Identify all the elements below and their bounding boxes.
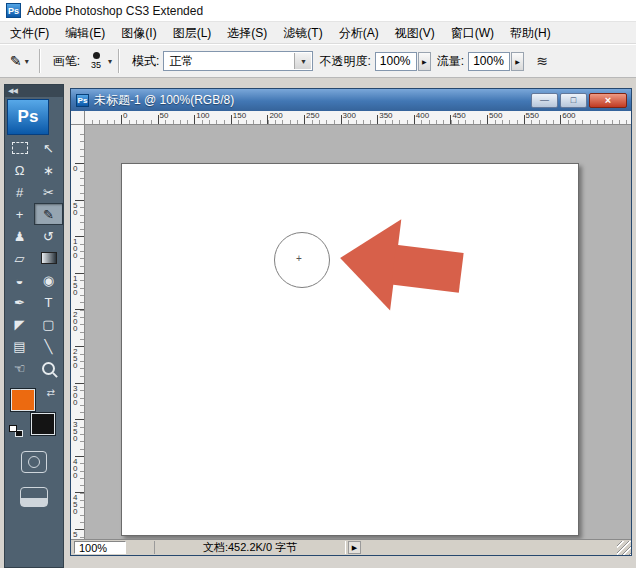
document-window: Ps 未标题-1 @ 100%(RGB/8) — □ × 05010015020… bbox=[70, 88, 632, 556]
quick-mask-button[interactable] bbox=[21, 451, 47, 473]
menu-item-4[interactable]: 选择(S) bbox=[219, 22, 275, 44]
ruler-label: 600 bbox=[562, 112, 575, 120]
blend-mode-value: 正常 bbox=[169, 53, 193, 70]
default-colors-icon[interactable] bbox=[9, 425, 23, 437]
brush-preset-chevron-icon[interactable]: ▾ bbox=[108, 57, 112, 66]
window-buttons: — □ × bbox=[531, 93, 631, 108]
crop-tool[interactable]: # bbox=[5, 181, 34, 203]
horizontal-ruler: 050100150200250300350400450500550600 bbox=[85, 111, 631, 125]
blur-tool[interactable]: ◒ bbox=[5, 269, 34, 291]
brush-tool-icon: ✎ bbox=[10, 53, 22, 69]
opacity-slider-arrow[interactable]: ▶ bbox=[418, 52, 431, 71]
ruler-label: 350 bbox=[73, 421, 81, 442]
magic-wand-tool[interactable]: ∗ bbox=[34, 159, 63, 181]
menu-item-9[interactable]: 帮助(H) bbox=[502, 22, 559, 44]
photoshop-app: Ps Adobe Photoshop CS3 Extended 文件(F)编辑(… bbox=[0, 0, 636, 568]
airbrush-toggle-icon[interactable]: ≋ bbox=[536, 53, 548, 69]
collapse-arrows-icon: ◀◀ bbox=[8, 87, 17, 95]
menu-item-2[interactable]: 图像(I) bbox=[113, 22, 164, 44]
menu-item-6[interactable]: 分析(A) bbox=[331, 22, 387, 44]
status-expand-button[interactable]: ▶ bbox=[348, 541, 361, 554]
menu-item-3[interactable]: 图层(L) bbox=[165, 22, 220, 44]
ruler-label: 0 bbox=[123, 112, 127, 120]
history-brush-tool[interactable]: ↺ bbox=[34, 225, 63, 247]
ruler-label: 200 bbox=[269, 112, 282, 120]
quick-mask-icon bbox=[28, 456, 40, 468]
document-title: 未标题-1 @ 100%(RGB/8) bbox=[94, 92, 526, 109]
ruler-tick bbox=[341, 115, 342, 124]
zoom-tool[interactable] bbox=[34, 357, 63, 379]
menu-item-8[interactable]: 窗口(W) bbox=[443, 22, 502, 44]
rectangular-marquee-tool[interactable] bbox=[5, 137, 34, 159]
flow-slider-arrow[interactable]: ▶ bbox=[511, 52, 524, 71]
toolbar-collapse-button[interactable]: ◀◀ bbox=[5, 85, 63, 97]
pen-tool[interactable]: ✒ bbox=[5, 291, 34, 313]
flow-input[interactable]: 100% bbox=[468, 52, 510, 71]
resize-grip[interactable] bbox=[617, 541, 631, 555]
menu-item-7[interactable]: 视图(V) bbox=[387, 22, 443, 44]
color-control: ⇄ bbox=[9, 387, 59, 437]
ruler-label: 350 bbox=[379, 112, 392, 120]
menu-item-5[interactable]: 滤镜(T) bbox=[275, 22, 330, 44]
zoom-tool-icon bbox=[42, 362, 55, 375]
dodge-tool[interactable]: ◉ bbox=[34, 269, 63, 291]
eyedropper-tool[interactable]: ╲ bbox=[34, 335, 63, 357]
menu-item-0[interactable]: 文件(F) bbox=[2, 22, 57, 44]
eraser-tool[interactable]: ▱ bbox=[5, 247, 34, 269]
chevron-down-icon: ▾ bbox=[25, 57, 29, 66]
type-tool[interactable]: T bbox=[34, 291, 63, 313]
rectangular-marquee-tool-icon bbox=[12, 142, 28, 154]
brush-tool[interactable]: ✎ bbox=[34, 203, 63, 225]
combo-arrow-icon[interactable]: ▼ bbox=[294, 53, 311, 69]
hand-tool[interactable]: ☜ bbox=[5, 357, 34, 379]
screen-mode-button[interactable] bbox=[20, 487, 48, 507]
menu-item-1[interactable]: 编辑(E) bbox=[57, 22, 113, 44]
options-bar: ✎ ▾ 画笔: 35 ▾ 模式: 正常 ▼ 不透明度: 100% ▶ 流量: 1… bbox=[0, 44, 636, 78]
ruler-tick bbox=[487, 115, 488, 124]
ruler-tick bbox=[414, 115, 415, 124]
healing-brush-tool[interactable]: + bbox=[5, 203, 34, 225]
app-title: Adobe Photoshop CS3 Extended bbox=[27, 4, 203, 18]
document-title-bar[interactable]: Ps 未标题-1 @ 100%(RGB/8) — □ × bbox=[71, 89, 631, 111]
minimize-button[interactable]: — bbox=[531, 93, 558, 108]
separator bbox=[118, 49, 120, 73]
ruler-label: 0 bbox=[73, 165, 81, 172]
app-title-bar: Ps Adobe Photoshop CS3 Extended bbox=[0, 0, 636, 22]
path-selection-tool[interactable]: ◤ bbox=[5, 313, 34, 335]
ruler-label: 450 bbox=[452, 112, 465, 120]
blend-mode-select[interactable]: 正常 ▼ bbox=[163, 51, 313, 71]
ruler-label: 250 bbox=[306, 112, 319, 120]
lasso-tool[interactable]: Ω bbox=[5, 159, 34, 181]
foreground-color-swatch[interactable] bbox=[11, 389, 35, 411]
ruler-label: 500 bbox=[489, 112, 502, 120]
zoom-level-field[interactable]: 100% bbox=[74, 541, 126, 554]
ruler-corner bbox=[71, 111, 85, 125]
brush-preset-picker[interactable]: 35 bbox=[84, 52, 108, 70]
clone-stamp-tool[interactable]: ♟ bbox=[5, 225, 34, 247]
canvas[interactable]: + bbox=[121, 163, 579, 536]
notes-tool[interactable]: ▤ bbox=[5, 335, 34, 357]
tool-preset-picker[interactable]: ✎ ▾ bbox=[6, 53, 33, 69]
ruler-tick bbox=[304, 115, 305, 124]
swap-colors-icon[interactable]: ⇄ bbox=[47, 387, 55, 398]
ruler-tick bbox=[231, 115, 232, 124]
ruler-label: 300 bbox=[73, 385, 81, 406]
separator bbox=[39, 49, 41, 73]
ruler-label: 200 bbox=[73, 311, 81, 332]
mode-label: 模式: bbox=[132, 53, 159, 70]
background-color-swatch[interactable] bbox=[31, 413, 55, 435]
maximize-button[interactable]: □ bbox=[560, 93, 587, 108]
gradient-tool[interactable] bbox=[34, 247, 63, 269]
slice-tool[interactable]: ✂ bbox=[34, 181, 63, 203]
ruler-tick bbox=[267, 115, 268, 124]
shape-tool[interactable]: ▢ bbox=[34, 313, 63, 335]
gradient-tool-icon bbox=[41, 252, 57, 264]
opacity-input[interactable]: 100% bbox=[375, 52, 417, 71]
opacity-label: 不透明度: bbox=[319, 53, 370, 70]
ruler-label: 50 bbox=[160, 112, 169, 120]
ruler-label: 100 bbox=[196, 112, 209, 120]
close-button[interactable]: × bbox=[589, 93, 627, 108]
move-tool[interactable]: ↖ bbox=[34, 137, 63, 159]
ruler-tick bbox=[158, 115, 159, 124]
ruler-tick bbox=[377, 115, 378, 124]
